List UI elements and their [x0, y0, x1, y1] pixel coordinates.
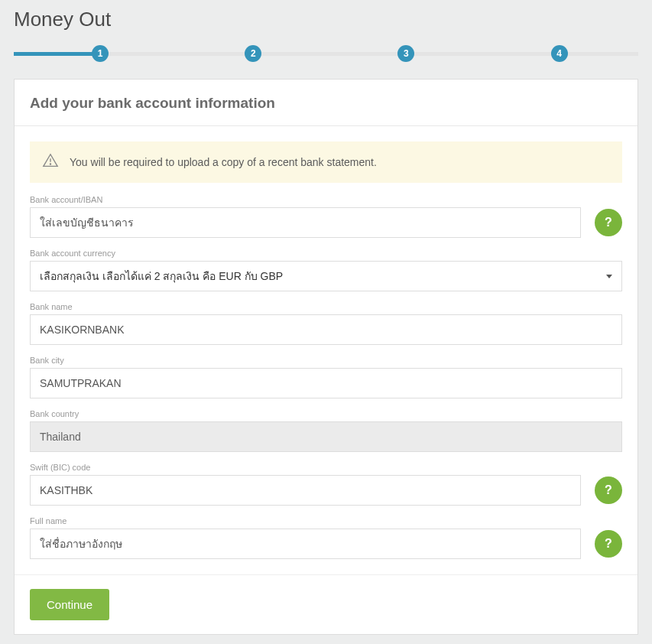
full-name-help-button[interactable]: ? — [595, 530, 622, 558]
bank-name-label: Bank name — [30, 302, 622, 311]
step-2[interactable]: 2 — [245, 45, 261, 62]
continue-button[interactable]: Continue — [30, 589, 109, 620]
progress-stepper: 1 2 3 4 — [14, 45, 638, 63]
full-name-input[interactable] — [30, 529, 581, 559]
bank-account-help-button[interactable]: ? — [595, 209, 622, 236]
step-1[interactable]: 1 — [92, 45, 109, 62]
bank-name-input[interactable] — [30, 314, 622, 345]
svg-point-1 — [50, 164, 50, 164]
swift-label: Swift (BIC) code — [30, 463, 622, 472]
swift-help-button[interactable]: ? — [595, 476, 622, 504]
form-card: Add your bank account information You wi… — [14, 79, 638, 635]
bank-account-input[interactable] — [30, 207, 581, 238]
page-title: Money Out — [14, 0, 638, 45]
currency-select-value: เลือกสกุลเงิน เลือกได้แค่ 2 สกุลเงิน คือ… — [40, 268, 283, 285]
warning-icon — [42, 152, 59, 172]
step-4[interactable]: 4 — [551, 45, 568, 62]
card-header: Add your bank account information — [15, 80, 637, 126]
bank-country-label: Bank country — [30, 409, 622, 418]
alert-text: You will be required to upload a copy of… — [70, 156, 377, 168]
bank-city-input[interactable] — [30, 368, 622, 398]
chevron-down-icon — [606, 275, 612, 278]
currency-label: Bank account currency — [30, 249, 622, 258]
currency-select[interactable]: เลือกสกุลเงิน เลือกได้แค่ 2 สกุลเงิน คือ… — [30, 261, 622, 291]
card-title: Add your bank account information — [30, 95, 622, 112]
info-alert: You will be required to upload a copy of… — [30, 141, 622, 183]
bank-country-input — [30, 421, 622, 452]
bank-account-label: Bank account/IBAN — [30, 195, 622, 204]
stepper-progress — [14, 52, 95, 56]
bank-city-label: Bank city — [30, 356, 622, 365]
full-name-label: Full name — [30, 516, 622, 525]
swift-input[interactable] — [30, 475, 581, 506]
step-3[interactable]: 3 — [397, 45, 414, 62]
